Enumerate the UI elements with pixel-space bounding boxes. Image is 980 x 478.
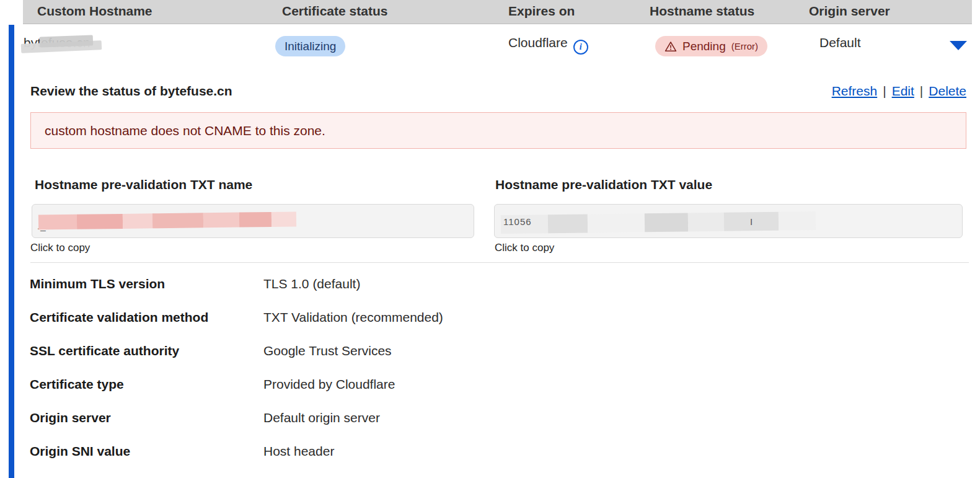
detail-row-certificate-type: Certificate type Provided by Cloudflare xyxy=(30,376,443,392)
detail-value: Provided by Cloudflare xyxy=(263,377,395,392)
detail-label: Origin SNI value xyxy=(30,444,263,459)
detail-label: Origin server xyxy=(30,410,263,425)
detail-value: Host header xyxy=(263,444,334,459)
detail-row-validation-method: Certificate validation method TXT Valida… xyxy=(30,309,443,325)
txt-name-label: Hostname pre-validation TXT name xyxy=(35,177,252,192)
column-header-origin-server: Origin server xyxy=(809,4,890,19)
info-icon[interactable]: i xyxy=(573,40,588,55)
detail-value: TLS 1.0 (default) xyxy=(263,277,360,291)
hostname-status-badge: Pending (Error) xyxy=(655,36,767,56)
action-separator: | xyxy=(883,84,886,98)
txt-value-field[interactable]: 11056 I xyxy=(494,204,963,238)
detail-row-origin-server: Origin server Default origin server xyxy=(30,409,443,426)
certificate-status-badge: Initializing xyxy=(275,36,345,56)
row-actions: Refresh|Edit|Delete xyxy=(832,84,966,99)
warning-icon xyxy=(664,41,677,52)
detail-value: Google Trust Services xyxy=(263,343,392,358)
selected-row-accent-bar xyxy=(9,25,14,478)
refresh-link[interactable]: Refresh xyxy=(832,84,878,98)
column-header-custom-hostname: Custom Hostname xyxy=(37,4,152,19)
action-separator: | xyxy=(920,84,923,98)
txt-name-copy-hint: Click to copy xyxy=(30,242,90,254)
section-divider xyxy=(30,262,969,263)
hostname-status-label: Pending xyxy=(682,40,726,53)
detail-label: Minimum TLS version xyxy=(30,277,263,291)
edit-link[interactable]: Edit xyxy=(892,84,914,98)
txt-value-visible-fragment: 11056 xyxy=(503,216,532,227)
origin-server-value: Default xyxy=(819,35,861,50)
redaction-overlay xyxy=(38,211,296,229)
certificate-status-label: Initializing xyxy=(285,40,336,53)
txt-value-visible-fragment: I xyxy=(750,216,753,227)
column-header-certificate-status: Certificate status xyxy=(282,4,387,19)
detail-row-min-tls: Minimum TLS version TLS 1.0 (default) xyxy=(30,275,443,292)
expires-on-value: Cloudflare xyxy=(508,35,568,50)
chevron-down-icon[interactable] xyxy=(950,41,967,50)
redaction-overlay xyxy=(40,35,94,48)
hostname-status-detail: (Error) xyxy=(731,41,758,51)
expires-on-cell: Cloudflarei xyxy=(508,35,588,55)
origin-server-cell: Default xyxy=(819,35,861,50)
custom-hostname-cell: bytefuse.cn xyxy=(24,35,90,50)
detail-value: TXT Validation (recommended) xyxy=(263,310,443,325)
txt-name-field[interactable]: ._ xyxy=(32,204,474,238)
redaction-overlay xyxy=(501,211,816,234)
table-header: Custom Hostname Certificate status Expir… xyxy=(23,0,972,24)
detail-label: Certificate validation method xyxy=(30,310,263,325)
detail-row-origin-sni: Origin SNI value Host header xyxy=(30,443,443,459)
detail-row-certificate-authority: SSL certificate authority Google Trust S… xyxy=(30,342,443,359)
detail-label: Certificate type xyxy=(30,377,263,392)
detail-value: Default origin server xyxy=(263,410,380,425)
txt-value-label: Hostname pre-validation TXT value xyxy=(495,177,712,192)
cname-error-alert: custom hostname does not CNAME to this z… xyxy=(30,112,966,149)
cname-error-alert-text: custom hostname does not CNAME to this z… xyxy=(45,123,325,138)
txt-value-copy-hint: Click to copy xyxy=(495,242,554,254)
expanded-panel-title: Review the status of bytefuse.cn xyxy=(30,84,232,99)
detail-label: SSL certificate authority xyxy=(30,343,263,358)
column-header-expires-on: Expires on xyxy=(508,4,575,19)
column-header-hostname-status: Hostname status xyxy=(650,4,754,19)
delete-link[interactable]: Delete xyxy=(929,84,966,98)
certificate-details-list: Minimum TLS version TLS 1.0 (default) Ce… xyxy=(30,275,443,476)
